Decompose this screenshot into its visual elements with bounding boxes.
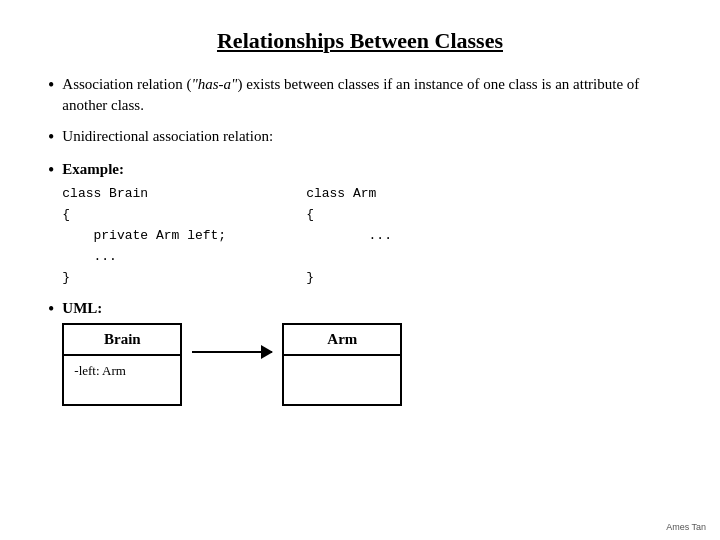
uml-diagram: Brain -left: Arm Arm xyxy=(62,323,402,406)
code-line xyxy=(306,247,392,268)
uml-arm-title: Arm xyxy=(284,325,400,356)
page-title: Relationships Between Classes xyxy=(48,28,672,54)
bullet-text: UML: Brain -left: Arm Arm xyxy=(62,298,402,406)
uml-arm-body xyxy=(284,356,400,404)
uml-brain-title: Brain xyxy=(64,325,180,356)
uml-label: UML: xyxy=(62,300,102,316)
code-line: class Brain xyxy=(62,184,226,205)
code-line: ... xyxy=(306,226,392,247)
watermark: Ames Tan xyxy=(666,522,706,532)
code-block: class Brain { private Arm left; ... } cl… xyxy=(62,184,392,288)
code-line: private Arm left; xyxy=(62,226,226,247)
example-label: Example: xyxy=(62,161,124,177)
page: Relationships Between Classes • Associat… xyxy=(0,0,720,436)
bullet-text: Unidirectional association relation: xyxy=(62,126,273,147)
list-item: • Association relation ("has-a") exists … xyxy=(48,74,672,116)
bullet-dot: • xyxy=(48,298,54,321)
arrow xyxy=(182,351,282,353)
list-item: • UML: Brain -left: Arm Arm xyxy=(48,298,672,406)
code-line: } xyxy=(62,268,226,289)
has-a-text: "has-a" xyxy=(191,76,237,92)
bullet-dot: • xyxy=(48,159,54,182)
bullet-text: Association relation ("has-a") exists be… xyxy=(62,74,672,116)
list-item: • Example: class Brain { private Arm lef… xyxy=(48,159,672,288)
code-line: ... xyxy=(62,247,226,268)
code-line: { xyxy=(62,205,226,226)
bullet-dot: • xyxy=(48,74,54,97)
code-right: class Arm { ... } xyxy=(306,184,392,288)
uml-brain-body: -left: Arm xyxy=(64,356,180,404)
uml-box-arm: Arm xyxy=(282,323,402,406)
bullet-dot: • xyxy=(48,126,54,149)
bullet-list: • Association relation ("has-a") exists … xyxy=(48,74,672,406)
arrow-line xyxy=(192,351,272,353)
code-line: class Arm xyxy=(306,184,392,205)
uml-box-brain: Brain -left: Arm xyxy=(62,323,182,406)
code-line: { xyxy=(306,205,392,226)
bullet-text: Example: class Brain { private Arm left;… xyxy=(62,159,392,288)
code-line: } xyxy=(306,268,392,289)
code-left: class Brain { private Arm left; ... } xyxy=(62,184,226,288)
list-item: • Unidirectional association relation: xyxy=(48,126,672,149)
